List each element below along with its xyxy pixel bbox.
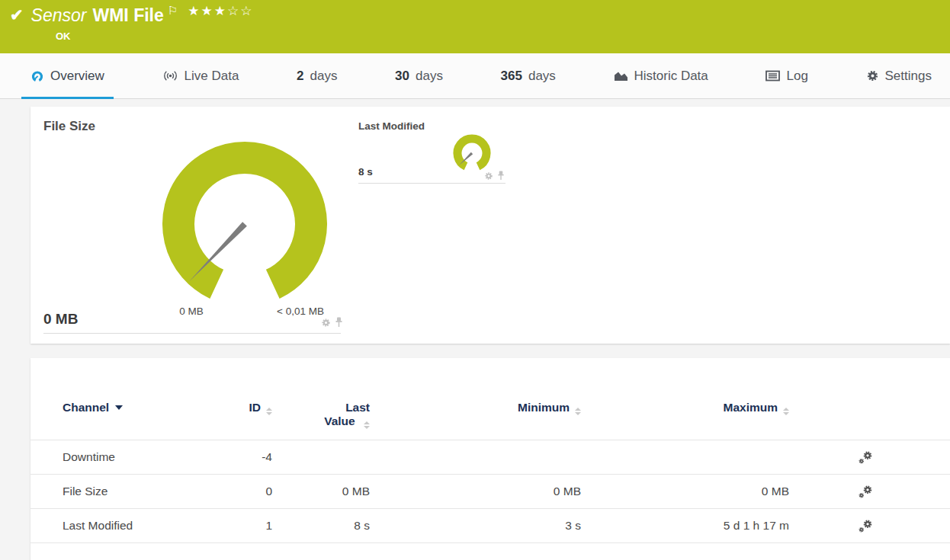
column-header-maximum[interactable]: Maximum	[581, 401, 789, 415]
last-modified-value: 8 s	[358, 166, 373, 178]
tab-number: 30	[395, 69, 409, 84]
channel-settings-gears-icon[interactable]	[789, 485, 874, 499]
file-size-gauge	[161, 140, 329, 308]
tab-number: 365	[501, 69, 522, 84]
area-chart-icon	[614, 70, 628, 82]
channel-name: Downtime	[63, 450, 230, 464]
table-row[interactable]: File Size 0 0 MB 0 MB 0 MB	[30, 475, 950, 509]
status-badge: OK	[56, 30, 71, 42]
channels-table: Channel ID Last Value Minimum Maximum Do…	[30, 358, 950, 560]
tab-historic-data[interactable]: Historic Data	[605, 53, 717, 98]
gauge-settings-gear-icon[interactable]	[484, 170, 493, 184]
tab-365-days[interactable]: 365 days	[492, 53, 565, 98]
channel-maximum: 5 d 1 h 17 m	[581, 519, 789, 533]
sensor-kind-label: Sensor	[31, 5, 87, 26]
table-header-row: Channel ID Last Value Minimum Maximum	[30, 358, 950, 440]
live-icon	[162, 70, 178, 82]
channel-id: -4	[230, 450, 272, 464]
channel-last-value: 8 s	[272, 519, 370, 533]
channel-maximum: 0 MB	[581, 485, 789, 498]
gauge-settings-gear-icon[interactable]	[321, 317, 331, 331]
tab-label: Live Data	[185, 69, 239, 84]
tab-label: days	[310, 69, 337, 84]
tab-label: days	[416, 69, 443, 84]
channel-last-value: 0 MB	[272, 485, 370, 498]
tab-label: Historic Data	[634, 69, 708, 84]
channel-id: 1	[230, 519, 272, 533]
sensor-name: WMI File	[92, 5, 163, 26]
tab-label: Overview	[50, 69, 104, 84]
tab-number: 2	[297, 69, 303, 84]
pin-icon[interactable]	[497, 170, 505, 184]
table-row[interactable]: Downtime -4	[30, 440, 950, 475]
channel-settings-gears-icon[interactable]	[789, 519, 874, 533]
gauge-icon	[30, 69, 44, 83]
channel-settings-gears-icon[interactable]	[789, 450, 874, 465]
gauges-panel: File Size 0 MB < 0,01 MB 0 MB Last Modif…	[30, 107, 950, 344]
tab-settings[interactable]: Settings	[857, 53, 941, 98]
sensor-header: ✔ Sensor WMI File ⚐ ★★★☆☆ OK	[0, 0, 950, 53]
gauge-title-last-modified: Last Modified	[358, 120, 425, 132]
check-icon: ✔	[10, 6, 24, 24]
tile-divider	[358, 183, 505, 184]
column-header-last-value[interactable]: Last Value	[272, 401, 370, 429]
channel-name: File Size	[63, 485, 230, 498]
tab-30-days[interactable]: 30 days	[386, 53, 452, 98]
sort-icon	[266, 408, 272, 415]
gauge-scale-max: < 0,01 MB	[255, 306, 346, 317]
sort-icon	[575, 408, 581, 415]
gauge-scale-min: 0 MB	[165, 306, 218, 317]
tab-log[interactable]: Log	[756, 53, 817, 98]
stars-empty: ☆☆	[227, 4, 253, 18]
sort-desc-icon	[115, 405, 123, 410]
tab-label: Log	[786, 69, 807, 84]
tab-overview[interactable]: Overview	[21, 53, 114, 98]
pin-icon[interactable]	[335, 317, 343, 331]
flag-icon[interactable]: ⚐	[168, 4, 178, 18]
column-header-id[interactable]: ID	[230, 401, 272, 415]
sensor-title-row: ✔ Sensor WMI File ⚐ ★★★☆☆	[0, 0, 950, 26]
tile-divider	[43, 333, 341, 334]
column-header-channel[interactable]: Channel	[63, 401, 230, 414]
sort-icon	[783, 408, 789, 415]
channel-minimum: 0 MB	[370, 485, 581, 498]
channel-id: 0	[230, 485, 272, 498]
channel-minimum: 3 s	[370, 519, 581, 533]
column-header-minimum[interactable]: Minimum	[370, 401, 581, 415]
sort-icon	[364, 421, 370, 429]
tab-label: days	[528, 69, 556, 84]
tab-bar: Overview Live Data 2 days 30 days 365 da…	[0, 53, 950, 99]
log-icon	[765, 70, 780, 82]
tab-label: Settings	[885, 69, 932, 84]
priority-stars[interactable]: ★★★☆☆	[188, 3, 253, 19]
tab-live-data[interactable]: Live Data	[153, 53, 249, 98]
table-row[interactable]: Last Modified 1 8 s 3 s 5 d 1 h 17 m	[30, 509, 950, 543]
gauge-title-file-size: File Size	[43, 119, 95, 134]
channel-name: Last Modified	[63, 519, 230, 533]
tab-2-days[interactable]: 2 days	[287, 53, 346, 98]
file-size-value: 0 MB	[43, 311, 78, 328]
gear-icon	[866, 69, 879, 82]
overview-content: File Size 0 MB < 0,01 MB 0 MB Last Modif…	[0, 99, 950, 560]
stars-filled: ★★★	[188, 4, 227, 18]
